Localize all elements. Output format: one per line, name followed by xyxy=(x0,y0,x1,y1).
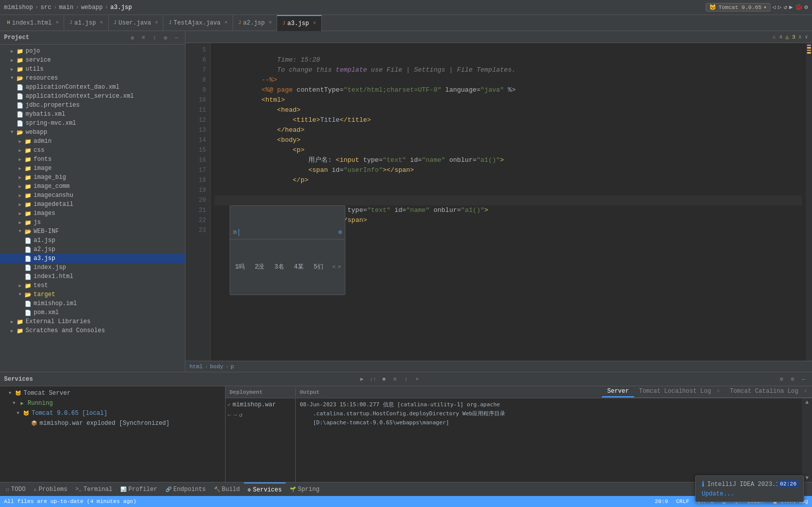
tree-item-pomxml[interactable]: 📄 pom.xml xyxy=(0,308,185,317)
srv-item-mimishopwar[interactable]: ▶ 📦 mimishop.war exploded [Synchronized] xyxy=(0,418,225,428)
expand-icon-imagecanshu[interactable]: ▶ xyxy=(16,191,24,199)
breadcrumb-p[interactable]: p xyxy=(231,364,234,370)
bottom-tab-build[interactable]: 🔨 Build xyxy=(210,482,244,496)
expand-icon-imagecomm[interactable]: ▶ xyxy=(16,182,24,190)
expand-icon-scratches[interactable]: ▶ xyxy=(8,327,16,335)
tree-item-css[interactable]: ▶ 📁 css xyxy=(0,146,185,155)
expand-icon-imagedetail[interactable]: ▶ xyxy=(16,200,24,208)
close-icon-localhostlog[interactable]: × xyxy=(717,389,720,394)
back-icon[interactable]: ◁ xyxy=(772,4,776,11)
tree-item-springmvc[interactable]: 📄 spring-mvc.xml xyxy=(0,119,185,128)
services-settings-icon[interactable]: ⚙ xyxy=(777,375,786,384)
expand-icon-test[interactable]: ▶ xyxy=(16,282,24,290)
deploy-next-icon[interactable]: → xyxy=(233,412,237,419)
services-filter-icon[interactable]: ≡ xyxy=(390,375,399,384)
autocomplete-item-2[interactable]: 2没 xyxy=(250,261,269,273)
services-run-icon[interactable]: ▶ xyxy=(357,375,366,384)
tree-item-service[interactable]: ▶ 📁 service xyxy=(0,56,185,65)
services-log[interactable]: 08-Jun-2023 15:15:00.277 信息 [catalina-ut… xyxy=(296,398,802,482)
tree-item-admin[interactable]: ▶ 📁 admin xyxy=(0,137,185,146)
tab-a1jsp[interactable]: J a1.jsp × xyxy=(64,15,108,31)
editor-content[interactable]: 5 6 7 8 ▼9 ▼10 11 12 ▼13 xyxy=(185,43,812,361)
sidebar-sort-icon[interactable]: ↕ xyxy=(150,33,159,42)
tree-item-utils[interactable]: ▶ 📁 utils xyxy=(0,65,185,74)
notif-update[interactable]: Update... xyxy=(702,490,797,497)
autocomplete-prev-icon[interactable]: < xyxy=(332,262,336,272)
autocomplete-item-4[interactable]: 4某 xyxy=(289,261,309,273)
sidebar-settings-icon[interactable]: ⚙ xyxy=(128,33,137,42)
build-icon[interactable]: ▶ xyxy=(789,4,793,11)
tree-item-appservice[interactable]: 📄 applicationContext_service.xml xyxy=(0,92,185,101)
expand-icon-extlibs[interactable]: ▶ xyxy=(8,318,16,326)
srv-item-tomcat-server[interactable]: ▼ 🐱 Tomcat Server xyxy=(0,388,225,398)
debug-icon[interactable]: 🐞 xyxy=(795,4,802,11)
expand-icon-js[interactable]: ▶ xyxy=(16,218,24,226)
srv-item-tomcat-local[interactable]: ▼ 🐱 Tomcat 9.0.65 [local] xyxy=(0,408,225,418)
expand-icon-admin[interactable]: ▶ xyxy=(16,137,24,145)
settings-icon[interactable]: ⚙ xyxy=(804,4,808,11)
srv-item-running[interactable]: ▼ ▶ Running xyxy=(0,398,225,408)
services-minimize-icon[interactable]: — xyxy=(799,375,808,384)
bottom-tab-todo[interactable]: ☐ TODO xyxy=(2,482,30,496)
collapse-icon[interactable]: ∧ xyxy=(798,34,802,40)
tab-a2jsp[interactable]: J a2.jsp × xyxy=(233,15,277,31)
tree-item-a1jsp[interactable]: 📄 a1.jsp xyxy=(0,236,185,245)
tree-item-imagedetail[interactable]: ▶ 📁 imagedetail xyxy=(0,200,185,209)
tree-item-pojo[interactable]: ▶ 📁 pojo xyxy=(0,47,185,56)
services-stop-icon[interactable]: ■ xyxy=(379,375,388,384)
code-lines[interactable]: Time: 15:28 To change this template use … xyxy=(211,43,806,361)
scroll-down-icon[interactable]: ▼ xyxy=(805,475,809,481)
tree-item-extlibs[interactable]: ▶ 📁 External Libraries xyxy=(0,317,185,326)
bottom-tab-terminal[interactable]: >_ Terminal xyxy=(71,482,116,496)
tree-item-imagecomm[interactable]: ▶ 📁 image_comm xyxy=(0,182,185,191)
sidebar-minimize-icon[interactable]: — xyxy=(172,33,181,42)
expand-editor-icon[interactable]: ∨ xyxy=(804,34,808,40)
bottom-tab-problems[interactable]: ⚠ Problems xyxy=(30,482,72,496)
tomcat-badge[interactable]: 🐱 Tomcat 9.0.65 ▾ xyxy=(706,3,770,12)
status-position[interactable]: 20:9 xyxy=(655,498,668,504)
tree-item-test[interactable]: ▶ 📁 test xyxy=(0,281,185,290)
expand-icon-image[interactable]: ▶ xyxy=(16,164,24,172)
scroll-up-icon[interactable]: ▲ xyxy=(805,399,809,405)
tree-item-js[interactable]: ▶ 📁 js xyxy=(0,218,185,227)
close-icon-catalinalog[interactable]: × xyxy=(804,389,807,394)
expand-icon-webapp[interactable]: ▼ xyxy=(8,128,16,136)
tree-item-a3jsp[interactable]: 📄 a3.jsp xyxy=(0,254,185,263)
deploy-refresh-icon[interactable]: ↺ xyxy=(239,411,242,419)
services-sort-icon[interactable]: ↕ xyxy=(401,375,411,384)
srv-expand-running[interactable]: ▼ xyxy=(10,399,18,407)
expand-icon-service[interactable]: ▶ xyxy=(8,56,16,64)
bottom-tab-spring[interactable]: 🌱 Spring xyxy=(286,482,323,496)
autocomplete-item-5[interactable]: 5们 xyxy=(309,261,328,273)
autocomplete-dropdown[interactable]: m ⚙ 1吗 2没 3名 4某 5们 xyxy=(230,205,345,295)
close-icon-userjava[interactable]: × xyxy=(155,20,158,26)
srv-tab-catalina[interactable]: Tomcat Catalina Log × xyxy=(725,386,812,397)
close-icon-testajaxjava[interactable]: × xyxy=(225,20,228,26)
path-mimishop[interactable]: mimishop xyxy=(4,4,33,11)
expand-icon-fonts[interactable]: ▶ xyxy=(16,155,24,163)
tree-item-target[interactable]: ▼ 📂 target xyxy=(0,290,185,299)
deploy-item-war[interactable]: ✓ mimishop.war xyxy=(228,400,293,409)
autocomplete-next-icon[interactable]: > xyxy=(338,262,341,272)
expand-icon-utils[interactable]: ▶ xyxy=(8,65,16,73)
tab-a3jsp[interactable]: J a3.jsp × xyxy=(277,15,321,31)
tab-testajaxjava[interactable]: J TestAjax.java × xyxy=(163,15,233,31)
tree-item-appdao[interactable]: 📄 applicationContext_dao.xml xyxy=(0,83,185,92)
tree-item-images[interactable]: ▶ 📁 images xyxy=(0,209,185,218)
expand-icon-pojo[interactable]: ▶ xyxy=(8,47,16,55)
bottom-tab-services[interactable]: ⚙ Services xyxy=(244,482,286,496)
services-gear-icon[interactable]: ⚙ xyxy=(788,375,797,384)
status-crlf[interactable]: CRLF xyxy=(676,498,689,504)
tree-item-webapp[interactable]: ▼ 📂 webapp xyxy=(0,128,185,137)
expand-icon-target[interactable]: ▼ xyxy=(16,291,24,299)
tab-userjava[interactable]: J User.java × xyxy=(109,15,164,31)
tree-item-scratches[interactable]: ▶ 📁 Scratches and Consoles xyxy=(0,326,185,335)
tree-item-mimishopiml[interactable]: 📄 mimishop.iml xyxy=(0,299,185,308)
close-icon-index1html[interactable]: × xyxy=(56,20,59,26)
expand-icon-resources[interactable]: ▼ xyxy=(8,74,16,82)
autocomplete-item-3[interactable]: 3名 xyxy=(269,261,289,273)
path-webapp[interactable]: webapp xyxy=(81,4,103,11)
path-main[interactable]: main xyxy=(59,4,74,11)
tree-item-webinf[interactable]: ▼ 📂 WEB-INF xyxy=(0,227,185,236)
tree-item-image[interactable]: ▶ 📁 image xyxy=(0,164,185,173)
